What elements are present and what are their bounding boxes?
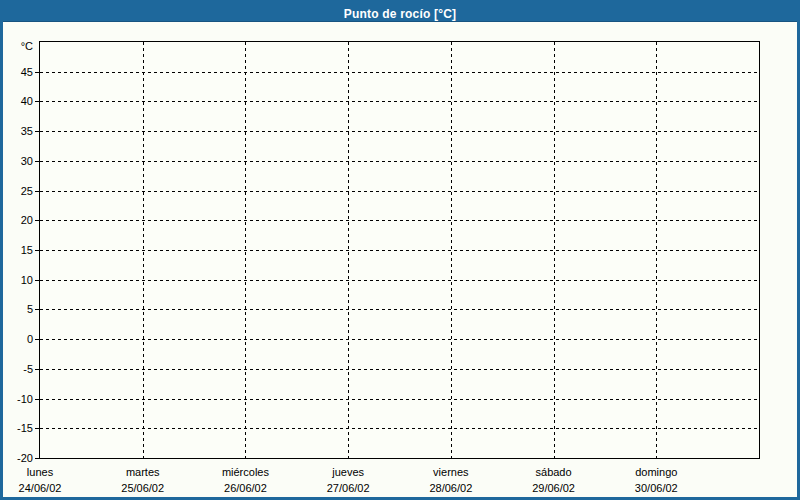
day-name: domingo xyxy=(635,464,678,480)
y-tick-label: 10 xyxy=(21,274,33,286)
horizontal-gridline xyxy=(40,101,759,102)
y-tick-label: 40 xyxy=(21,95,33,107)
day-date: 30/06/02 xyxy=(635,480,678,496)
horizontal-gridline xyxy=(40,250,759,251)
plot-frame: °C lunes24/06/02martes25/06/02miércoles2… xyxy=(39,41,760,459)
horizontal-gridline xyxy=(40,191,759,192)
y-tick-label: 45 xyxy=(21,66,33,78)
y-tick-label: 25 xyxy=(21,185,33,197)
day-name: viernes xyxy=(429,464,472,480)
horizontal-gridline xyxy=(40,280,759,281)
day-name: lunes xyxy=(19,464,62,480)
day-name: martes xyxy=(121,464,164,480)
day-name: sábado xyxy=(532,464,575,480)
day-label: sábado29/06/02 xyxy=(532,464,575,496)
day-date: 27/06/02 xyxy=(327,480,370,496)
horizontal-gridline xyxy=(40,369,759,370)
y-tick-label: 35 xyxy=(21,125,33,137)
y-tick-label: 5 xyxy=(27,303,33,315)
day-date: 24/06/02 xyxy=(19,480,62,496)
app-window: { "window": { "title": "Punto de rocío [… xyxy=(0,0,800,500)
day-name: miércoles xyxy=(222,464,269,480)
y-tick-label: 20 xyxy=(21,214,33,226)
day-date: 29/06/02 xyxy=(532,480,575,496)
horizontal-gridline xyxy=(40,309,759,310)
horizontal-gridline xyxy=(40,428,759,429)
day-label: lunes24/06/02 xyxy=(19,464,62,496)
horizontal-gridline xyxy=(40,339,759,340)
y-axis-unit-label: °C xyxy=(21,40,33,52)
y-tick-label: 0 xyxy=(27,333,33,345)
window-titlebar: Punto de rocío [°C] xyxy=(3,3,797,22)
vertical-gridline xyxy=(554,42,555,462)
vertical-gridline xyxy=(656,42,657,462)
y-tick-mark xyxy=(35,458,40,459)
day-label: domingo30/06/02 xyxy=(635,464,678,496)
horizontal-gridline xyxy=(40,399,759,400)
day-date: 25/06/02 xyxy=(121,480,164,496)
day-label: miércoles26/06/02 xyxy=(222,464,269,496)
y-tick-label: -5 xyxy=(23,363,33,375)
horizontal-gridline xyxy=(40,161,759,162)
horizontal-gridline xyxy=(40,131,759,132)
vertical-gridline xyxy=(245,42,246,462)
y-tick-label: 30 xyxy=(21,155,33,167)
y-tick-label: -10 xyxy=(17,393,33,405)
vertical-gridline xyxy=(143,42,144,462)
x-axis-labels: lunes24/06/02martes25/06/02miércoles26/0… xyxy=(40,464,759,498)
day-date: 28/06/02 xyxy=(429,480,472,496)
chart-area: °C lunes24/06/02martes25/06/02miércoles2… xyxy=(3,22,797,497)
chart-title: Punto de rocío [°C] xyxy=(344,7,457,21)
vertical-gridline xyxy=(451,42,452,462)
y-tick-label: -15 xyxy=(17,422,33,434)
horizontal-gridline xyxy=(40,72,759,73)
y-tick-label: 15 xyxy=(21,244,33,256)
day-date: 26/06/02 xyxy=(222,480,269,496)
day-label: viernes28/06/02 xyxy=(429,464,472,496)
day-name: jueves xyxy=(327,464,370,480)
y-tick-label: -20 xyxy=(17,452,33,464)
vertical-gridline xyxy=(348,42,349,462)
horizontal-gridline xyxy=(40,220,759,221)
day-label: jueves27/06/02 xyxy=(327,464,370,496)
day-label: martes25/06/02 xyxy=(121,464,164,496)
